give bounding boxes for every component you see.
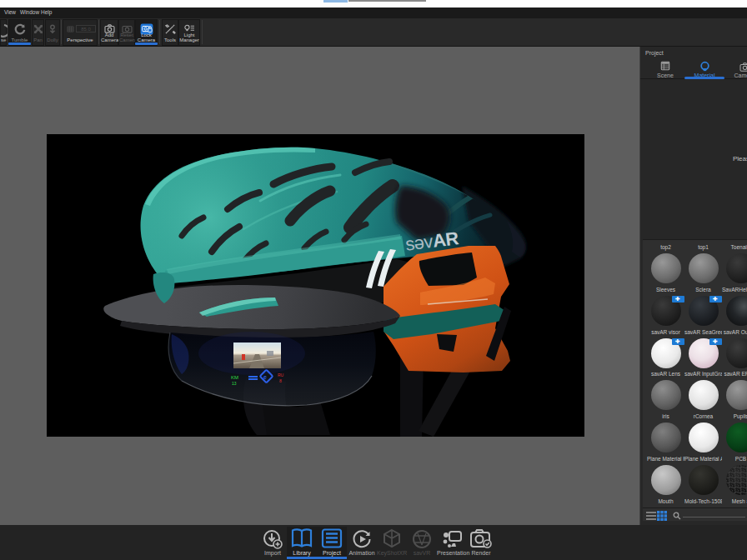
svg-text:AR: AR	[431, 228, 459, 252]
svg-text:8: 8	[279, 378, 282, 383]
svg-text:e: e	[263, 374, 267, 380]
svg-text:13: 13	[232, 381, 237, 386]
svg-text:KM: KM	[231, 375, 238, 380]
svg-text:RU: RU	[278, 372, 284, 378]
svg-text:səv: səv	[404, 231, 434, 255]
